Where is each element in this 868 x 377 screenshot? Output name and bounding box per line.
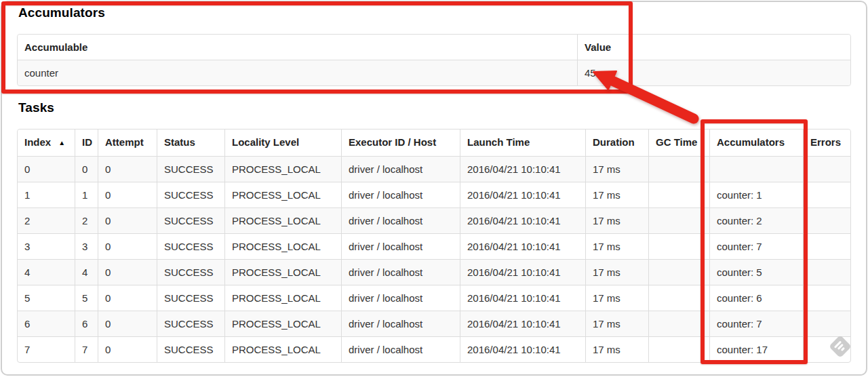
task-cell-attempt: 0 <box>98 285 157 311</box>
task-cell-accumulators: counter: 1 <box>709 182 803 207</box>
task-cell-index: 4 <box>18 259 75 285</box>
task-cell-executor-id-host: driver / localhost <box>341 259 460 285</box>
task-cell-executor-id-host: driver / localhost <box>341 156 460 182</box>
tasks-table-body: 000SUCCESSPROCESS_LOCALdriver / localhos… <box>18 156 850 362</box>
task-cell-index: 5 <box>18 285 75 311</box>
task-cell-executor-id-host: driver / localhost <box>341 233 460 259</box>
task-cell-errors <box>803 182 850 207</box>
task-row: 220SUCCESSPROCESS_LOCALdriver / localhos… <box>18 207 850 233</box>
task-cell-errors <box>803 207 850 233</box>
task-cell-locality-level: PROCESS_LOCAL <box>224 182 341 207</box>
task-cell-accumulators: counter: 5 <box>709 259 803 285</box>
task-cell-status: SUCCESS <box>157 336 224 362</box>
accumulable-value-cell: 45 <box>577 60 850 85</box>
task-row: 330SUCCESSPROCESS_LOCALdriver / localhos… <box>18 233 850 259</box>
task-cell-id: 6 <box>75 311 98 336</box>
task-row: 550SUCCESSPROCESS_LOCALdriver / localhos… <box>18 285 850 311</box>
accumulators-section-title: Accumulators <box>18 5 105 20</box>
task-cell-duration: 17 ms <box>585 311 648 336</box>
column-header-errors[interactable]: Errors <box>803 130 850 156</box>
task-cell-executor-id-host: driver / localhost <box>341 182 460 207</box>
task-cell-executor-id-host: driver / localhost <box>341 311 460 336</box>
task-cell-index: 0 <box>18 156 75 182</box>
task-cell-attempt: 0 <box>98 259 157 285</box>
task-cell-duration: 17 ms <box>585 207 648 233</box>
task-cell-gc-time <box>648 182 709 207</box>
column-header-locality-level[interactable]: Locality Level <box>224 130 341 156</box>
task-cell-duration: 17 ms <box>585 336 648 362</box>
task-cell-launch-time: 2016/04/21 10:10:41 <box>460 311 585 336</box>
task-cell-launch-time: 2016/04/21 10:10:41 <box>460 259 585 285</box>
task-cell-status: SUCCESS <box>157 182 224 207</box>
task-cell-gc-time <box>648 233 709 259</box>
task-cell-locality-level: PROCESS_LOCAL <box>224 156 341 182</box>
task-cell-locality-level: PROCESS_LOCAL <box>224 336 341 362</box>
task-cell-gc-time <box>648 285 709 311</box>
task-cell-attempt: 0 <box>98 233 157 259</box>
tasks-section-title: Tasks <box>18 100 54 115</box>
tasks-table-header-row: Index▲ ID Attempt Status Locality Level … <box>18 130 850 156</box>
task-cell-status: SUCCESS <box>157 233 224 259</box>
task-cell-status: SUCCESS <box>157 311 224 336</box>
task-row: 660SUCCESSPROCESS_LOCALdriver / localhos… <box>18 311 850 336</box>
sort-ascending-icon: ▲ <box>58 139 65 146</box>
column-header-launch-time[interactable]: Launch Time <box>460 130 585 156</box>
task-cell-launch-time: 2016/04/21 10:10:41 <box>460 233 585 259</box>
task-cell-gc-time <box>648 336 709 362</box>
column-header-value[interactable]: Value <box>577 35 850 60</box>
task-cell-id: 0 <box>75 156 98 182</box>
task-cell-launch-time: 2016/04/21 10:10:41 <box>460 207 585 233</box>
task-cell-duration: 17 ms <box>585 285 648 311</box>
task-cell-executor-id-host: driver / localhost <box>341 336 460 362</box>
task-cell-launch-time: 2016/04/21 10:10:41 <box>460 156 585 182</box>
task-cell-launch-time: 2016/04/21 10:10:41 <box>460 182 585 207</box>
accumulators-table: Accumulable Value counter 45 <box>17 34 851 86</box>
task-cell-errors <box>803 156 850 182</box>
column-header-status[interactable]: Status <box>157 130 224 156</box>
task-cell-gc-time <box>648 207 709 233</box>
task-cell-index: 7 <box>18 336 75 362</box>
task-cell-locality-level: PROCESS_LOCAL <box>224 233 341 259</box>
column-header-id[interactable]: ID <box>75 130 98 156</box>
task-cell-status: SUCCESS <box>157 259 224 285</box>
task-cell-id: 4 <box>75 259 98 285</box>
task-cell-accumulators: counter: 7 <box>709 311 803 336</box>
task-cell-accumulators <box>709 156 803 182</box>
task-cell-launch-time: 2016/04/21 10:10:41 <box>460 336 585 362</box>
task-cell-launch-time: 2016/04/21 10:10:41 <box>460 285 585 311</box>
task-row: 000SUCCESSPROCESS_LOCALdriver / localhos… <box>18 156 850 182</box>
column-header-index[interactable]: Index▲ <box>18 130 75 156</box>
task-row: 770SUCCESSPROCESS_LOCALdriver / localhos… <box>18 336 850 362</box>
tasks-table: Index▲ ID Attempt Status Locality Level … <box>17 129 851 363</box>
accumulable-name-cell: counter <box>18 60 577 85</box>
task-row: 440SUCCESSPROCESS_LOCALdriver / localhos… <box>18 259 850 285</box>
task-cell-errors <box>803 285 850 311</box>
task-cell-status: SUCCESS <box>157 207 224 233</box>
task-cell-duration: 17 ms <box>585 233 648 259</box>
task-cell-attempt: 0 <box>98 182 157 207</box>
task-cell-locality-level: PROCESS_LOCAL <box>224 285 341 311</box>
accumulators-table-header-row: Accumulable Value <box>18 35 850 60</box>
task-row: 110SUCCESSPROCESS_LOCALdriver / localhos… <box>18 182 850 207</box>
task-cell-status: SUCCESS <box>157 285 224 311</box>
task-cell-id: 7 <box>75 336 98 362</box>
task-cell-errors <box>803 311 850 336</box>
column-header-accumulators[interactable]: Accumulators <box>709 130 803 156</box>
task-cell-index: 3 <box>18 233 75 259</box>
task-cell-accumulators: counter: 2 <box>709 207 803 233</box>
column-header-accumulable[interactable]: Accumulable <box>18 35 577 60</box>
task-cell-duration: 17 ms <box>585 182 648 207</box>
column-header-gc-time[interactable]: GC Time <box>648 130 709 156</box>
task-cell-status: SUCCESS <box>157 156 224 182</box>
column-header-executor-id-host[interactable]: Executor ID / Host <box>341 130 460 156</box>
column-header-duration[interactable]: Duration <box>585 130 648 156</box>
task-cell-errors <box>803 259 850 285</box>
task-cell-executor-id-host: driver / localhost <box>341 207 460 233</box>
column-header-attempt[interactable]: Attempt <box>98 130 157 156</box>
task-cell-index: 1 <box>18 182 75 207</box>
task-cell-gc-time <box>648 156 709 182</box>
task-cell-accumulators: counter: 7 <box>709 233 803 259</box>
task-cell-id: 5 <box>75 285 98 311</box>
task-cell-locality-level: PROCESS_LOCAL <box>224 311 341 336</box>
task-cell-errors <box>803 233 850 259</box>
